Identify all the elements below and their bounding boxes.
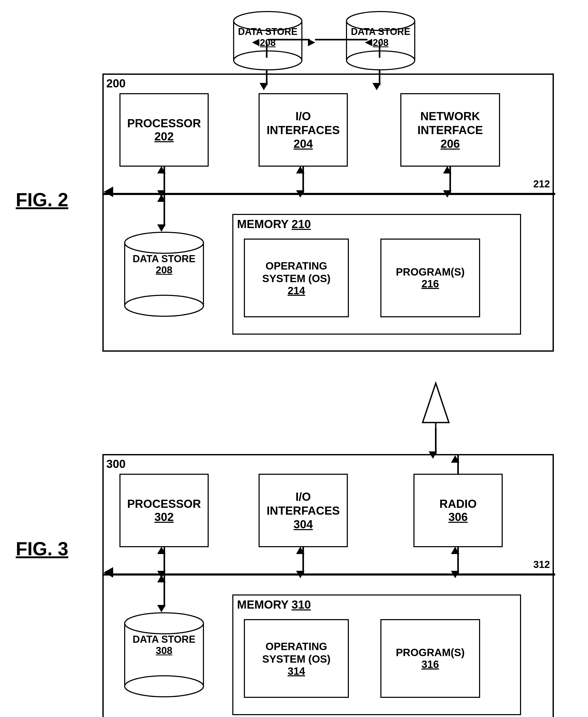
svg-point-8 [346, 51, 415, 70]
svg-point-13 [125, 676, 204, 697]
fig3-antenna [420, 381, 451, 428]
fig2-processor-box: PROCESSOR 202 [120, 93, 209, 167]
fig3-memory-box: MEMORY 310 OPERATINGSYSTEM (OS) 314 PROG… [232, 594, 521, 715]
fig3-programs-box: PROGRAM(S) 316 [380, 619, 480, 698]
fig2-diag-num: 200 [106, 77, 125, 90]
fig2-io-label: I/OINTERFACES [267, 109, 340, 137]
fig2-io-num: 204 [293, 137, 313, 150]
fig2-bus-num: 212 [533, 178, 550, 190]
svg-point-1 [125, 232, 204, 253]
fig3-diagram: 300 PROCESSOR 302 I/OINTERFACES 304 RADI… [102, 454, 554, 717]
fig3-bus [104, 573, 555, 575]
fig3-io-num: 304 [293, 518, 313, 531]
fig2-diagram: 200 PROCESSOR 202 I/OINTERFACES 204 NETW… [102, 73, 554, 352]
svg-marker-9 [423, 383, 449, 423]
fig2-network-num: 206 [440, 137, 460, 150]
fig3-bus-num: 312 [533, 559, 550, 570]
fig3-io-box: I/OINTERFACES 304 [258, 474, 348, 547]
fig2-datastore-bottom: DATA STORE 208 [120, 227, 209, 321]
fig3-os-box: OPERATINGSYSTEM (OS) 314 [244, 619, 349, 698]
fig3-radio-num: 306 [448, 510, 467, 524]
fig3-datastore-bottom: DATA STORE 308 [120, 608, 209, 702]
svg-point-12 [125, 613, 204, 634]
fig3-processor-label: PROCESSOR [127, 497, 201, 510]
page: FIG. 2 200 PROCESSOR 202 I/OINTERFACES 2… [0, 0, 588, 717]
fig2-label: FIG. 2 [16, 189, 68, 210]
fig3-diag-num: 300 [106, 458, 125, 470]
fig2-memory-box: MEMORY 210 OPERATINGSYSTEM (OS) 214 PROG… [232, 214, 521, 335]
fig3-radio-box: RADIO 306 [414, 474, 503, 547]
fig2-os-box: OPERATINGSYSTEM (OS) 214 [244, 238, 349, 317]
fig3-label: FIG. 3 [16, 538, 68, 560]
fig2-processor-label: PROCESSOR [127, 117, 201, 130]
svg-point-2 [125, 295, 204, 316]
fig3-processor-num: 302 [154, 510, 173, 524]
fig3-processor-box: PROCESSOR 302 [120, 474, 209, 547]
fig2-processor-num: 202 [154, 130, 173, 143]
fig2-bus [104, 193, 555, 195]
fig3-io-label: I/OINTERFACES [267, 490, 340, 518]
fig2-programs-box: PROGRAM(S) 216 [380, 238, 480, 317]
fig2-network-box: NETWORKINTERFACE 206 [400, 93, 500, 167]
fig2-network-label: NETWORKINTERFACE [417, 109, 483, 137]
svg-point-5 [234, 51, 302, 70]
fig2-io-box: I/OINTERFACES 204 [258, 93, 348, 167]
fig3-radio-label: RADIO [439, 497, 477, 510]
